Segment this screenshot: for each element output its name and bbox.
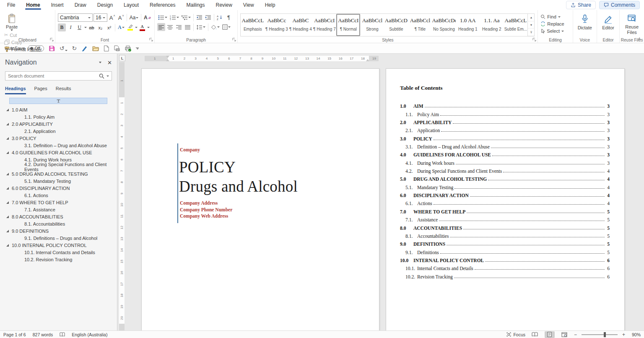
toc-entry[interactable]: 7.1. Assistance 5 xyxy=(400,214,610,222)
style-option[interactable]: AaBbCcl Strong xyxy=(360,14,384,36)
styles-scroll-down-icon[interactable]: ▼ xyxy=(528,21,534,29)
collapse-triangle-icon[interactable] xyxy=(6,151,9,154)
ribbon-tab[interactable]: Design xyxy=(92,0,118,10)
toc-entry[interactable]: 10.1. Internal Contacts and Details 6 xyxy=(400,263,610,271)
navigation-close-icon[interactable]: ✕ xyxy=(107,60,112,66)
quick-print-button[interactable] xyxy=(125,45,131,52)
nav-heading-item[interactable]: 1.1. Policy Aim xyxy=(0,113,117,120)
numbering-button[interactable]: 123 xyxy=(169,13,180,21)
style-option[interactable]: AaBbCcL Subtle Em... xyxy=(504,14,527,36)
strikethrough-button[interactable]: ab xyxy=(88,23,96,31)
bullets-button[interactable] xyxy=(157,13,168,21)
style-option[interactable]: AaBbCcI ¶ Normal xyxy=(336,14,360,36)
clipboard-dialog-launcher-icon[interactable] xyxy=(50,38,54,42)
cut-button[interactable]: ✂ Cut xyxy=(4,32,42,38)
page-2[interactable]: Table of Contents 1.0 AIM 3 1.1. Pol xyxy=(386,68,625,330)
nav-heading-item[interactable]: 10.1. Internal Contacts and Details xyxy=(0,249,117,256)
sort-button[interactable]: AZ xyxy=(216,13,224,21)
ribbon-tab[interactable]: Draw xyxy=(69,0,92,10)
highlight-dropdown-icon[interactable] xyxy=(135,27,138,28)
editor-button[interactable]: Editor xyxy=(600,12,617,31)
ribbon-tab[interactable]: Home xyxy=(21,0,45,10)
style-option[interactable]: 1.1. Aa Heading 2 xyxy=(480,14,504,36)
grow-font-button[interactable]: A˄ xyxy=(108,14,116,22)
nav-heading-item[interactable]: 2.1. Application xyxy=(0,127,117,135)
style-option[interactable]: AaBbCcL Emphasis xyxy=(241,14,265,36)
toc-entry[interactable]: 2.1. Application 3 xyxy=(400,125,610,133)
navigation-tab[interactable]: Headings xyxy=(5,85,26,94)
subscript-button[interactable]: x₂ xyxy=(96,23,104,31)
document-title[interactable]: POLICY Drugs and Alcohol xyxy=(179,158,298,196)
toc-entry[interactable]: 3.0 POLICY 3 xyxy=(400,133,610,141)
collapse-triangle-icon[interactable] xyxy=(6,230,9,232)
underline-dropdown-icon[interactable] xyxy=(84,27,87,28)
document-canvas[interactable]: Company POLICY Drugs and Alcohol Company… xyxy=(126,62,644,330)
zoom-in-icon[interactable]: + xyxy=(622,332,625,338)
right-indent-marker[interactable] xyxy=(366,59,369,61)
style-option[interactable]: AaBbCcDc No Spacing xyxy=(432,14,456,36)
nav-heading-item[interactable]: 4.0 GUIDELINES FOR ALCOHOL USE xyxy=(0,149,117,156)
align-right-button[interactable] xyxy=(175,23,183,31)
font-size-select[interactable]: 16 xyxy=(93,13,107,22)
select-button[interactable]: Select xyxy=(540,29,570,34)
toc-entry[interactable]: 2.0 APPLICABILITY 3 xyxy=(400,117,610,125)
page-count[interactable]: Page 1 of 6 xyxy=(3,332,26,337)
new-document-button[interactable] xyxy=(104,45,109,52)
increase-indent-button[interactable] xyxy=(204,13,212,21)
tab-stop-selector[interactable]: L xyxy=(119,55,125,61)
collapse-triangle-icon[interactable] xyxy=(6,109,9,111)
style-option[interactable]: AaBbCcI ¶ Heading 7 xyxy=(312,14,336,36)
toc-entry[interactable]: 6.1. Actions 4 xyxy=(400,198,610,206)
first-line-indent-marker[interactable] xyxy=(166,56,169,58)
decrease-indent-button[interactable] xyxy=(195,13,203,21)
replace-button[interactable]: Replace xyxy=(540,21,570,26)
language-status[interactable]: English (Australia) xyxy=(72,332,107,337)
zoom-level[interactable]: 90% xyxy=(630,332,641,337)
page-1[interactable]: Company POLICY Drugs and Alcohol Company… xyxy=(141,68,379,330)
toc-entry[interactable]: 1.1. Policy Aim 3 xyxy=(400,109,610,117)
paragraph-dialog-launcher-icon[interactable] xyxy=(232,38,236,42)
save-button[interactable] xyxy=(49,45,55,52)
collapse-triangle-icon[interactable] xyxy=(6,201,9,204)
toc-entry[interactable]: 5.0 DRUG AND ALCOHOL TESTING 4 xyxy=(400,174,610,182)
nav-heading-item[interactable]: 8.1. Accountabilities xyxy=(0,220,117,227)
format-painter-button[interactable]: Format Painter xyxy=(4,47,42,52)
toc-entry[interactable]: 10.2. Revision Tracking 6 xyxy=(400,271,610,279)
toc-entry[interactable]: 6.0 DISCIPLINARY ACTION 4 xyxy=(400,190,610,198)
toc-entry[interactable]: 4.1. During Work hours 3 xyxy=(400,157,610,165)
ribbon-tab[interactable]: Help xyxy=(260,0,281,10)
style-option[interactable]: AaBbCcD Subtitle xyxy=(384,14,408,36)
styles-more-icon[interactable]: ⊽ xyxy=(528,29,534,36)
change-case-button[interactable]: Aa xyxy=(129,14,139,22)
text-effects-button[interactable]: A xyxy=(117,23,125,31)
comments-button[interactable]: Comments xyxy=(599,1,640,9)
undo-dropdown-icon[interactable] xyxy=(65,50,68,51)
horizontal-ruler[interactable]: 1 123456789101112131415161718 19 xyxy=(145,56,379,61)
customize-qat-icon[interactable] xyxy=(136,47,139,49)
search-icon[interactable] xyxy=(99,73,104,79)
nav-heading-item[interactable]: 7.0 WHERE TO GET HELP xyxy=(0,199,117,206)
align-center-button[interactable] xyxy=(166,23,174,31)
read-mode-button[interactable] xyxy=(530,331,540,338)
nav-heading-item[interactable]: 3.0 POLICY xyxy=(0,135,117,142)
share-button[interactable]: Share xyxy=(566,1,596,9)
borders-button[interactable] xyxy=(221,23,231,31)
word-count[interactable]: 827 words xyxy=(33,332,53,337)
style-option[interactable]: AaBbCc ¶ Heading 3 xyxy=(265,14,288,36)
toc-entry[interactable]: 7.0 WHERE TO GET HELP 5 xyxy=(400,206,610,214)
toc-entry[interactable]: 4.0 GUIDELINES FOR ALCOHOL USE 3 xyxy=(400,149,610,157)
styles-scroll-up-icon[interactable]: ▲ xyxy=(528,14,534,21)
style-option[interactable]: 1.0 AA Heading 1 xyxy=(456,14,480,36)
italic-button[interactable]: I xyxy=(67,23,75,31)
nav-heading-item[interactable]: 2.0 APPLICABILITY xyxy=(0,120,117,127)
ribbon-tab[interactable]: Layout xyxy=(118,0,144,10)
multilevel-list-button[interactable] xyxy=(181,13,192,21)
ribbon-tab[interactable]: References xyxy=(144,0,181,10)
print-preview-button[interactable] xyxy=(114,45,120,52)
open-button[interactable] xyxy=(92,46,99,51)
nav-heading-item[interactable]: 7.1. Assistance xyxy=(0,206,117,213)
vertical-ruler[interactable]: 1 1234567891011121314151617181920 xyxy=(119,62,125,330)
justify-button[interactable] xyxy=(184,23,192,31)
style-option[interactable]: AaBbCcl ¶ Title xyxy=(408,14,432,36)
toc-entry[interactable]: 5.1. Mandatary Testing 4 xyxy=(400,182,610,190)
